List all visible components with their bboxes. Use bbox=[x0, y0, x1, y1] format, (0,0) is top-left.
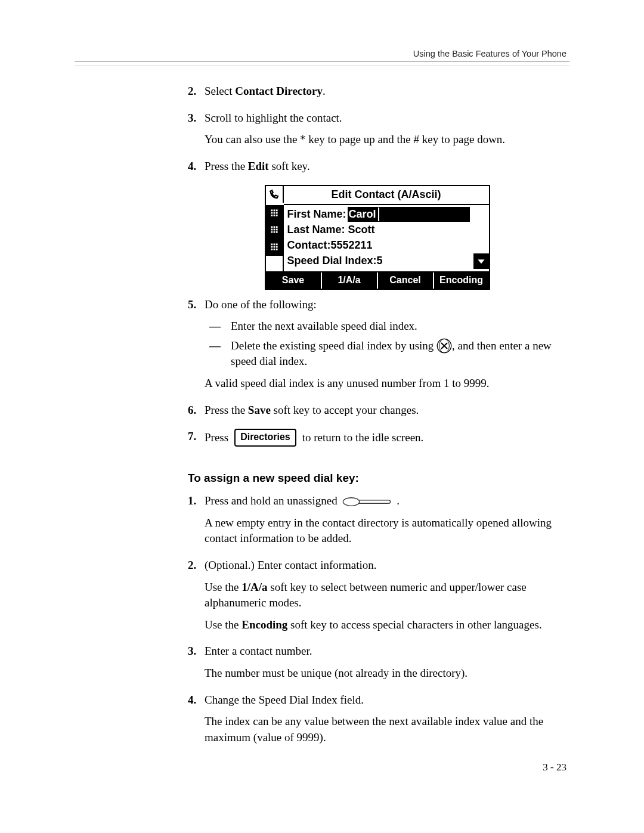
text-bold: Contact Directory bbox=[235, 85, 323, 97]
svg-rect-4 bbox=[273, 212, 275, 213]
softkey-cancel: Cancel bbox=[378, 272, 434, 288]
svg-rect-14 bbox=[275, 229, 277, 231]
step-number: 6. bbox=[188, 402, 205, 419]
svg-rect-6 bbox=[271, 215, 273, 216]
text-bold: Edit bbox=[248, 160, 269, 172]
header-rule-2 bbox=[75, 66, 569, 66]
svg-point-29 bbox=[343, 498, 360, 506]
text: Delete the existing speed dial index by … bbox=[231, 339, 436, 352]
blank-icon bbox=[266, 256, 283, 271]
step-2: 2. Select Contact Directory. bbox=[188, 83, 566, 106]
delete-x-icon bbox=[436, 338, 452, 354]
field-speed-dial: Speed Dial Index:5 bbox=[287, 253, 470, 268]
text: soft key. bbox=[269, 160, 310, 172]
step-number: 4. bbox=[188, 692, 205, 708]
step-5: 5. Do one of the following: — Enter the … bbox=[188, 297, 566, 398]
svg-rect-7 bbox=[273, 215, 275, 216]
softkey-encoding: Encoding bbox=[434, 272, 489, 288]
phone-lcd: Edit Contact (A/Ascii) bbox=[265, 185, 490, 289]
text: Press the bbox=[205, 160, 248, 172]
svg-rect-0 bbox=[271, 209, 273, 211]
b-step-1: 1. Press and hold an unassigned bbox=[188, 493, 566, 553]
text: Press bbox=[205, 430, 228, 446]
b-step-4: 4. Change the Speed Dial Index field. Th… bbox=[188, 692, 566, 752]
running-header: Using the Basic Features of Your Phone bbox=[413, 49, 566, 58]
text: Enter a contact number. bbox=[205, 643, 566, 659]
text: Do one of the following: bbox=[205, 297, 566, 313]
text: . bbox=[323, 85, 326, 97]
svg-rect-17 bbox=[275, 231, 277, 233]
svg-rect-22 bbox=[273, 246, 275, 247]
step-number: 2. bbox=[188, 83, 205, 100]
keypad-icon bbox=[266, 239, 283, 255]
text-bold: Save bbox=[248, 404, 271, 416]
text: Select bbox=[205, 85, 235, 97]
sub-bullet: — Enter the next available speed dial in… bbox=[205, 318, 566, 335]
step-4: 4. Press the Edit soft key. bbox=[188, 159, 566, 181]
step-number: 4. bbox=[188, 159, 205, 175]
svg-rect-25 bbox=[273, 248, 275, 250]
text: . bbox=[397, 494, 400, 507]
field-value-selected: Carol bbox=[348, 207, 379, 222]
text: You can also use the * key to page up an… bbox=[205, 132, 566, 148]
softkey-bar: Save 1/A/a Cancel Encoding bbox=[266, 271, 489, 288]
text-bold: 1/A/a bbox=[242, 581, 267, 593]
svg-rect-12 bbox=[271, 229, 273, 231]
softkey-save: Save bbox=[266, 272, 322, 288]
page: Using the Basic Features of Your Phone 2… bbox=[0, 0, 644, 833]
step-7: 7. Press Directories to return to the id… bbox=[188, 429, 566, 446]
svg-rect-2 bbox=[275, 209, 277, 211]
text: Enter the next available speed dial inde… bbox=[231, 318, 566, 335]
phone-screenshot: Edit Contact (A/Ascii) bbox=[188, 185, 566, 289]
text-bold: Encoding bbox=[242, 618, 287, 631]
field-first-name: First Name:Carol bbox=[287, 207, 470, 222]
svg-rect-16 bbox=[273, 231, 275, 233]
svg-rect-18 bbox=[271, 243, 273, 245]
step-6: 6. Press the Save soft key to accept you… bbox=[188, 402, 566, 425]
text: A new empty entry in the contact directo… bbox=[205, 515, 566, 547]
text: to return to the idle screen. bbox=[302, 430, 424, 446]
svg-rect-1 bbox=[273, 209, 275, 211]
directories-button-icon: Directories bbox=[234, 429, 296, 446]
text: Use the bbox=[205, 581, 242, 593]
step-number: 1. bbox=[188, 493, 205, 509]
subheading-assign: To assign a new speed dial key: bbox=[188, 470, 566, 487]
keypad-icon bbox=[266, 222, 283, 239]
text: The number must be unique (not already i… bbox=[205, 665, 566, 682]
scroll-down-icon bbox=[473, 253, 489, 269]
svg-rect-11 bbox=[275, 227, 277, 228]
text: A valid speed dial index is any unused n… bbox=[205, 376, 566, 392]
b-step-2: 2. (Optional.) Enter contact information… bbox=[188, 558, 566, 639]
svg-rect-24 bbox=[271, 248, 273, 250]
keypad-icon bbox=[266, 205, 283, 222]
text: Scroll to highlight the contact. bbox=[205, 110, 566, 126]
phone-icon bbox=[266, 186, 283, 203]
field-contact: Contact:5552211 bbox=[287, 238, 470, 253]
step-number: 2. bbox=[188, 558, 205, 574]
header-rule-1 bbox=[75, 61, 569, 62]
softkey-mode: 1/A/a bbox=[322, 272, 378, 288]
main-content: 2. Select Contact Directory. 3. Scroll t… bbox=[188, 83, 566, 756]
svg-rect-10 bbox=[273, 227, 275, 228]
line-key-icon bbox=[342, 496, 391, 508]
svg-rect-19 bbox=[273, 243, 275, 245]
text: (Optional.) Enter contact information. bbox=[205, 558, 566, 574]
svg-rect-20 bbox=[275, 243, 277, 245]
text: Press the bbox=[205, 404, 248, 416]
svg-rect-26 bbox=[275, 248, 277, 250]
sub-bullet: — Delete the existing speed dial index b… bbox=[205, 338, 566, 370]
text: Press and hold an unassigned bbox=[205, 494, 340, 507]
text: soft key to accept your changes. bbox=[271, 404, 419, 416]
svg-rect-5 bbox=[275, 212, 277, 213]
step-number: 5. bbox=[188, 297, 205, 313]
b-step-3: 3. Enter a contact number. The number mu… bbox=[188, 643, 566, 687]
text: soft key to access special characters in… bbox=[287, 618, 541, 631]
svg-rect-8 bbox=[275, 215, 277, 216]
svg-rect-23 bbox=[275, 246, 277, 247]
svg-rect-15 bbox=[271, 231, 273, 233]
text: The index can be any value between the n… bbox=[205, 714, 566, 745]
step-3: 3. Scroll to highlight the contact. You … bbox=[188, 110, 566, 154]
svg-rect-13 bbox=[273, 229, 275, 231]
text: Use the bbox=[205, 618, 242, 631]
step-number: 3. bbox=[188, 643, 205, 659]
